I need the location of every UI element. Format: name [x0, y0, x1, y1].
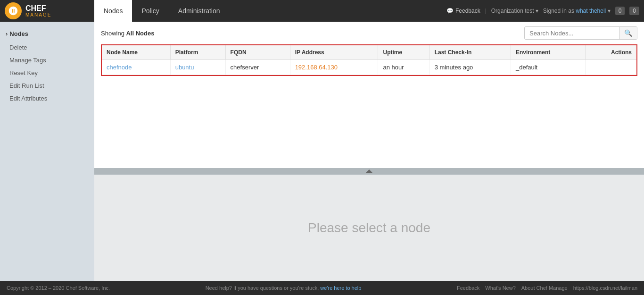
sidebar: › Nodes Delete Manage Tags Reset Key Edi… [0, 22, 94, 281]
nodes-table: Node Name Platform FQDN IP Address Uptim… [102, 45, 636, 75]
col-uptime: Uptime [378, 45, 429, 60]
ip-link[interactable]: 192.168.64.130 [295, 64, 338, 71]
badge-2[interactable]: 0 [629, 7, 639, 15]
logo-area: CHEF MANAGE [0, 2, 94, 19]
app-title: CHEF MANAGE [25, 4, 51, 18]
col-node-name: Node Name [102, 45, 170, 60]
separator: | [485, 8, 487, 14]
sidebar-item-delete[interactable]: Delete [0, 41, 94, 54]
signed-in-label: Signed in as what thehell ▾ [543, 8, 611, 14]
top-nav: CHEF MANAGE Nodes Policy Administration … [0, 0, 644, 22]
chevron-down-icon: ▾ [536, 8, 538, 14]
badge-1[interactable]: 0 [615, 7, 625, 15]
tab-administration[interactable]: Administration [169, 0, 230, 22]
nav-tabs: Nodes Policy Administration [94, 0, 446, 22]
cell-uptime: an hour [378, 60, 429, 75]
sidebar-item-edit-run-list[interactable]: Edit Run List [0, 79, 94, 92]
footer-url-hint: https://blog.csdn.net/lailman [573, 285, 637, 291]
chevron-right-icon: › [6, 30, 8, 37]
cell-last-checkin: 3 minutes ago [429, 60, 511, 75]
footer: Copyright © 2012 – 2020 Chef Software, I… [0, 281, 644, 295]
bottom-panel: Please select a node [94, 175, 644, 281]
footer-copyright: Copyright © 2012 – 2020 Chef Software, I… [7, 285, 110, 291]
speech-bubble-icon: 💬 [446, 8, 454, 14]
select-node-placeholder: Please select a node [308, 220, 430, 236]
collapse-arrow-icon [365, 169, 373, 173]
platform-link[interactable]: ubuntu [175, 64, 194, 71]
tab-nodes[interactable]: Nodes [94, 0, 132, 22]
main-layout: › Nodes Delete Manage Tags Reset Key Edi… [0, 22, 644, 281]
nodes-toolbar: Showing All Nodes 🔍 [94, 22, 644, 44]
search-input[interactable] [525, 27, 619, 39]
sidebar-item-manage-tags[interactable]: Manage Tags [0, 54, 94, 67]
footer-feedback-link[interactable]: Feedback [457, 285, 479, 291]
col-environment: Environment [511, 45, 585, 60]
user-link[interactable]: what thehell [576, 8, 606, 14]
nav-right: 💬 Feedback | Organization test ▾ Signed … [446, 7, 644, 15]
table-header-row: Node Name Platform FQDN IP Address Uptim… [102, 45, 636, 60]
sidebar-item-edit-attributes[interactable]: Edit Attributes [0, 92, 94, 105]
cell-actions [586, 60, 636, 75]
col-actions: Actions [586, 45, 636, 60]
sidebar-item-reset-key[interactable]: Reset Key [0, 67, 94, 79]
col-ip-address: IP Address [290, 45, 378, 60]
search-button[interactable]: 🔍 [619, 27, 637, 39]
feedback-button[interactable]: 💬 Feedback [446, 8, 480, 14]
footer-about-link[interactable]: About Chef Manage [521, 285, 568, 291]
chef-logo[interactable] [5, 2, 22, 19]
divider-bar[interactable] [94, 168, 644, 175]
table-row: chefnode ubuntu chefserver 192.168.64.13… [102, 60, 636, 75]
col-last-checkin: Last Check-In [429, 45, 511, 60]
node-name-link[interactable]: chefnode [107, 64, 132, 71]
cell-fqdn: chefserver [225, 60, 290, 75]
footer-help: Need help? If you have questions or you'… [206, 285, 362, 291]
nodes-panel: Showing All Nodes 🔍 Node Name Platform F… [94, 22, 644, 168]
col-fqdn: FQDN [225, 45, 290, 60]
col-platform: Platform [170, 45, 225, 60]
sidebar-nodes-header[interactable]: › Nodes [0, 26, 94, 41]
footer-help-link[interactable]: we're here to help [320, 285, 361, 291]
cell-node-name: chefnode [102, 60, 170, 75]
footer-links: Feedback What's New? About Chef Manage h… [457, 285, 637, 291]
content-area: Showing All Nodes 🔍 Node Name Platform F… [94, 22, 644, 281]
footer-whats-new-link[interactable]: What's New? [485, 285, 515, 291]
nodes-table-wrapper: Node Name Platform FQDN IP Address Uptim… [101, 44, 637, 76]
cell-environment: _default [511, 60, 585, 75]
cell-ip-address: 192.168.64.130 [290, 60, 378, 75]
showing-text: Showing All Nodes [101, 30, 154, 37]
user-chevron-icon: ▾ [608, 8, 611, 14]
org-selector[interactable]: Organization test ▾ [491, 8, 538, 14]
tab-policy[interactable]: Policy [132, 0, 168, 22]
cell-platform: ubuntu [170, 60, 225, 75]
search-box: 🔍 [524, 26, 637, 40]
